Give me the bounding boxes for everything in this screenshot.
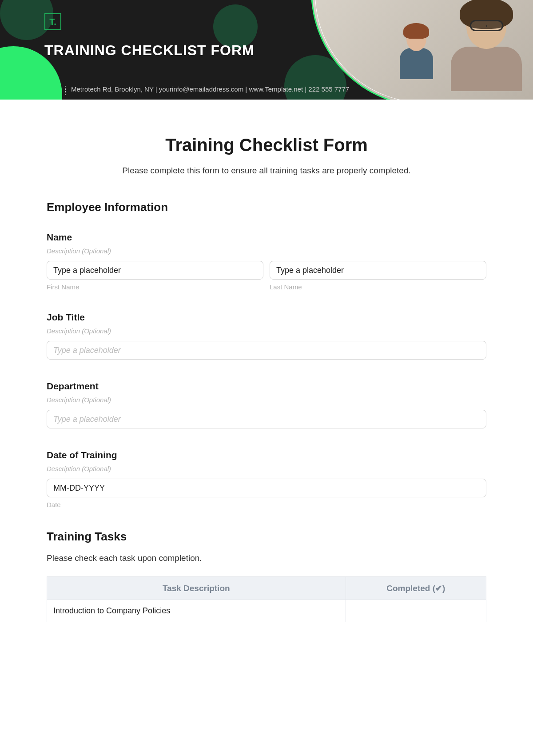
- date-of-training-input[interactable]: [47, 479, 486, 497]
- last-name-input[interactable]: [270, 261, 486, 280]
- first-name-sublabel: First Name: [47, 283, 263, 291]
- field-name: Name Description (Optional) First Name L…: [47, 232, 486, 291]
- task-completed-cell[interactable]: [346, 600, 486, 622]
- field-label: Department: [47, 381, 486, 392]
- decor-dots: :::: [64, 86, 65, 94]
- first-name-input[interactable]: [47, 261, 263, 280]
- form-content: Training Checklist Form Please complete …: [0, 100, 533, 622]
- tasks-table: Task Description Completed (✔) Introduct…: [47, 576, 486, 622]
- page-title: Training Checklist Form: [47, 135, 486, 155]
- field-description: Description (Optional): [47, 327, 486, 335]
- page-subtitle: Please complete this form to ensure all …: [47, 166, 486, 176]
- field-description: Description (Optional): [47, 396, 486, 404]
- field-department: Department Description (Optional): [47, 381, 486, 428]
- field-label: Job Title: [47, 312, 486, 323]
- th-completed: Completed (✔): [346, 577, 486, 600]
- date-sublabel: Date: [47, 501, 486, 508]
- last-name-sublabel: Last Name: [270, 283, 486, 291]
- section-employee-info: Employee Information: [47, 200, 486, 214]
- tasks-intro: Please check each task upon completion.: [47, 553, 486, 563]
- field-date-of-training: Date of Training Description (Optional) …: [47, 450, 486, 508]
- table-row: Introduction to Company Policies: [47, 600, 486, 622]
- job-title-input[interactable]: [47, 341, 486, 360]
- field-job-title: Job Title Description (Optional): [47, 312, 486, 360]
- logo: T.: [44, 13, 61, 30]
- task-description-cell: Introduction to Company Policies: [47, 600, 346, 622]
- field-label: Date of Training: [47, 450, 486, 460]
- field-description: Description (Optional): [47, 247, 486, 255]
- th-task-description: Task Description: [47, 577, 346, 600]
- section-training-tasks: Training Tasks: [47, 530, 486, 544]
- banner-contact-line: Metrotech Rd, Brooklyn, NY | yourinfo@em…: [71, 85, 349, 93]
- banner: T. TRAINING CHECKLIST FORM ::: Metrotech…: [0, 0, 533, 100]
- person-background: [395, 22, 435, 80]
- person-foreground: [440, 0, 529, 84]
- field-description: Description (Optional): [47, 465, 486, 472]
- banner-title: TRAINING CHECKLIST FORM: [44, 42, 255, 59]
- field-label: Name: [47, 232, 486, 243]
- department-input[interactable]: [47, 410, 486, 428]
